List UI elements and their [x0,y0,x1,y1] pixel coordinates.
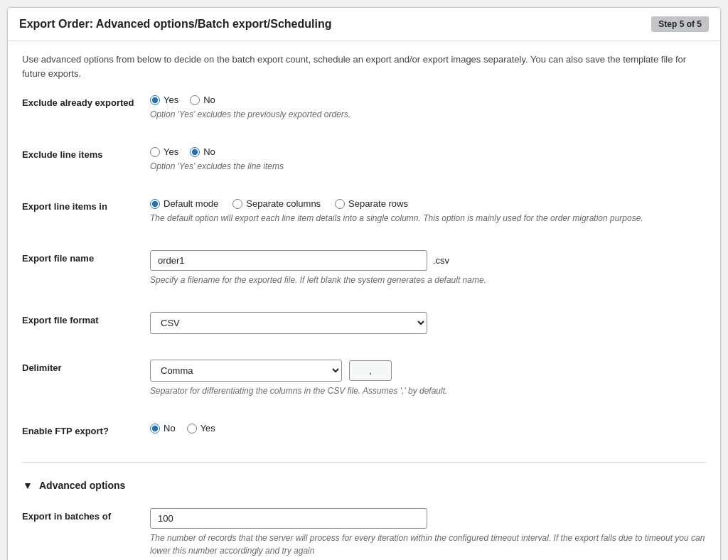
exclude-line-items-hint: Option 'Yes' excludes the line items [150,160,706,173]
export-file-name-controls: .csv Specify a filename for the exported… [150,250,706,286]
delimiter-symbol-input[interactable] [349,360,392,381]
export-file-name-row: Export file name .csv Specify a filename… [22,250,706,299]
exclude-already-exported-no[interactable]: No [190,95,215,105]
exclude-already-exported-row: Exclude already exported Yes No Option '… [22,95,706,134]
exclude-already-exported-controls: Yes No Option 'Yes' excludes the previou… [150,95,706,121]
export-line-items-separate-rows[interactable]: Separate rows [335,198,408,209]
enable-ftp-export-label: Enable FTP export? [22,423,150,436]
delimiter-label: Delimiter [22,360,150,373]
delimiter-row: Delimiter Comma Semicolon Tab Pipe Separ… [22,360,706,410]
enable-ftp-export-no[interactable]: No [150,423,176,434]
export-in-batches-controls: The number of records that the server wi… [150,508,706,557]
export-file-name-input-group: .csv [150,250,706,271]
export-in-batches-row: Export in batches of The number of recor… [22,508,706,560]
exclude-already-exported-radio-group: Yes No [150,95,706,105]
export-line-items-in-controls: Default mode Separate columns Separate r… [150,198,706,225]
delimiter-controls: Comma Semicolon Tab Pipe Separator for d… [150,360,706,397]
export-file-format-row: Export file format CSV Excel TSV [22,312,706,347]
enable-ftp-export-row: Enable FTP export? No Yes [22,423,706,449]
export-file-format-controls: CSV Excel TSV [150,312,706,334]
enable-ftp-export-radio-group: No Yes [150,423,706,434]
export-in-batches-hint: The number of records that the server wi… [150,532,706,557]
exclude-line-items-controls: Yes No Option 'Yes' excludes the line it… [150,146,706,173]
export-file-name-label: Export file name [22,250,150,264]
section-divider [22,462,706,463]
export-file-suffix: .csv [433,255,449,266]
exclude-line-items-row: Exclude line items Yes No Option 'Yes' e… [22,146,706,185]
export-line-items-in-row: Export line items in Default mode Separa… [22,198,706,237]
delimiter-input-group: Comma Semicolon Tab Pipe [150,360,706,382]
modal-title: Export Order: Advanced options/Batch exp… [19,18,331,31]
export-in-batches-input[interactable] [150,508,427,529]
description-text: Use advanced options from below to decid… [22,53,706,80]
exclude-already-exported-label: Exclude already exported [22,95,150,108]
export-line-items-separate-columns[interactable]: Separate columns [232,198,321,209]
exclude-already-exported-hint: Option 'Yes' excludes the previously exp… [150,108,706,121]
enable-ftp-export-yes[interactable]: Yes [187,423,215,434]
modal-header: Export Order: Advanced options/Batch exp… [8,8,720,41]
export-file-format-select[interactable]: CSV Excel TSV [150,312,427,334]
export-line-items-radio-group: Default mode Separate columns Separate r… [150,198,706,209]
export-file-name-input[interactable] [150,250,427,271]
exclude-already-exported-yes[interactable]: Yes [150,95,178,105]
exclude-line-items-yes[interactable]: Yes [150,146,178,157]
export-in-batches-label: Export in batches of [22,508,150,522]
enable-ftp-export-controls: No Yes [150,423,706,436]
export-file-name-hint: Specify a filename for the exported file… [150,274,706,286]
export-line-items-in-label: Export line items in [22,198,150,212]
exclude-line-items-radio-group: Yes No [150,146,706,157]
advanced-options-header[interactable]: ▼ Advanced options [22,474,706,497]
delimiter-hint: Separator for differentiating the column… [150,384,706,397]
modal-container: Export Order: Advanced options/Batch exp… [7,7,721,560]
exclude-line-items-label: Exclude line items [22,146,150,160]
exclude-line-items-no[interactable]: No [190,146,215,157]
modal-body: Use advanced options from below to decid… [8,41,720,560]
advanced-options-label: Advanced options [39,480,125,491]
export-line-items-hint: The default option will export each line… [150,212,706,225]
export-file-format-label: Export file format [22,312,150,325]
chevron-down-icon: ▼ [22,480,33,491]
export-line-items-default[interactable]: Default mode [150,198,218,209]
delimiter-select[interactable]: Comma Semicolon Tab Pipe [150,360,342,382]
step-badge: Step 5 of 5 [651,16,709,32]
